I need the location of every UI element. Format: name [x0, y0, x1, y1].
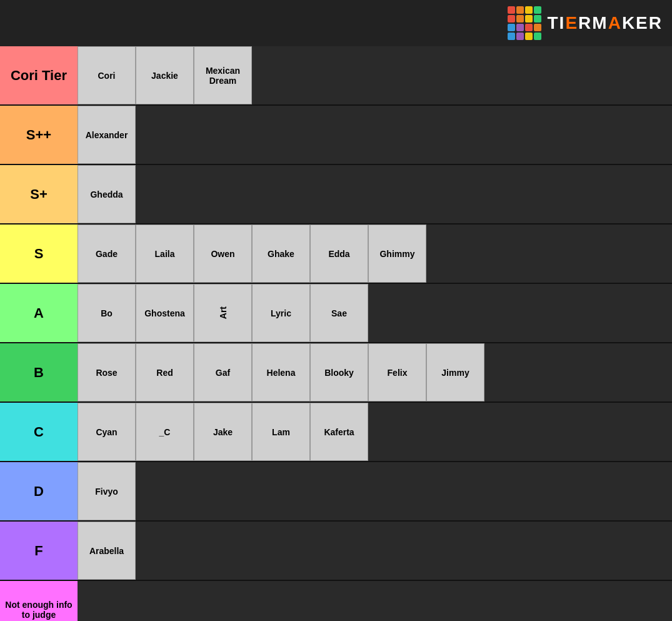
logo-cell — [508, 15, 515, 23]
logo-cell — [516, 15, 524, 23]
tier-item[interactable]: Ghake — [252, 225, 310, 283]
tier-label-d: D — [0, 462, 78, 520]
tier-label-a: A — [0, 284, 78, 342]
tier-item[interactable]: Edda — [310, 225, 368, 283]
logo-container: Tiermaker — [508, 6, 663, 40]
tier-item[interactable]: _C — [136, 403, 194, 461]
logo-cell — [508, 6, 515, 14]
tier-item[interactable]: Rose — [78, 343, 136, 401]
tier-item[interactable]: Lyric — [252, 284, 310, 342]
tier-items-not-enough — [78, 581, 672, 621]
tier-item[interactable]: Ghostena — [136, 284, 194, 342]
tier-items-b: RoseRedGafHelenaBlookyFelixJimmy — [78, 343, 672, 401]
tier-items-s: GadeLailaOwenGhakeEddaGhimmy — [78, 225, 672, 283]
logo-cell — [525, 6, 533, 14]
logo-cell — [516, 33, 524, 40]
tier-item[interactable]: Jimmy — [426, 343, 484, 401]
tier-label-cori: Cori Tier — [0, 46, 78, 104]
tier-row-f: FArabella — [0, 522, 672, 581]
tier-row-b: BRoseRedGafHelenaBlookyFelixJimmy — [0, 343, 672, 403]
logo-text: Tiermaker — [548, 13, 663, 33]
tier-item[interactable]: Art — [194, 284, 252, 342]
tier-item[interactable]: Jake — [194, 403, 252, 461]
tier-item[interactable]: Red — [136, 343, 194, 401]
tier-item[interactable]: Helena — [252, 343, 310, 401]
tier-item[interactable]: Kaferta — [310, 403, 368, 461]
tier-row-sp: S+Ghedda — [0, 165, 672, 225]
tier-item[interactable]: Alexander — [78, 106, 136, 164]
logo-cell — [534, 15, 541, 23]
logo-cell — [516, 24, 524, 31]
tier-item[interactable]: Lam — [252, 403, 310, 461]
tier-label-sp: S+ — [0, 165, 78, 223]
tier-item[interactable]: Fivyo — [78, 462, 136, 520]
logo-cell — [508, 24, 515, 31]
logo-cell — [525, 33, 533, 40]
tier-item[interactable]: Blooky — [310, 343, 368, 401]
tier-item[interactable]: Cyan — [78, 403, 136, 461]
logo-cell — [525, 24, 533, 31]
tier-item[interactable]: Sae — [310, 284, 368, 342]
tier-item[interactable]: Felix — [368, 343, 426, 401]
tier-row-c: CCyan_CJakeLamKaferta — [0, 403, 672, 462]
logo-cell — [516, 6, 524, 14]
tier-label-c: C — [0, 403, 78, 461]
tier-item[interactable]: Owen — [194, 225, 252, 283]
tier-items-cori: CoriJackieMexican Dream — [78, 46, 672, 104]
tier-items-f: Arabella — [78, 522, 672, 580]
tier-items-sp: Ghedda — [78, 165, 672, 223]
tier-item[interactable]: Arabella — [78, 522, 136, 580]
logo-cell — [534, 24, 541, 31]
tier-row-not-enough: Not enough info to judge — [0, 581, 672, 621]
tier-item[interactable]: Mexican Dream — [194, 46, 252, 104]
tier-item[interactable]: Laila — [136, 225, 194, 283]
tier-item[interactable]: Jackie — [136, 46, 194, 104]
tier-row-spp: S++Alexander — [0, 106, 672, 165]
tier-row-s: SGadeLailaOwenGhakeEddaGhimmy — [0, 225, 672, 284]
tier-row-a: ABoGhostenaArtLyricSae — [0, 284, 672, 343]
logo-cell — [534, 6, 541, 14]
logo-grid — [508, 6, 541, 40]
tier-item[interactable]: Gaf — [194, 343, 252, 401]
tier-label-s: S — [0, 225, 78, 283]
tier-label-spp: S++ — [0, 106, 78, 164]
tier-items-a: BoGhostenaArtLyricSae — [78, 284, 672, 342]
tier-label-b: B — [0, 343, 78, 401]
tier-row-cori: Cori TierCoriJackieMexican Dream — [0, 46, 672, 106]
logo-cell — [525, 15, 533, 23]
tier-item[interactable]: Bo — [78, 284, 136, 342]
logo-cell — [534, 33, 541, 40]
tier-items-c: Cyan_CJakeLamKaferta — [78, 403, 672, 461]
logo-cell — [508, 33, 515, 40]
tier-item[interactable]: Ghedda — [78, 165, 136, 223]
tier-label-not-enough: Not enough info to judge — [0, 581, 78, 621]
header: Tiermaker — [0, 0, 672, 46]
tier-list: Cori TierCoriJackieMexican DreamS++Alexa… — [0, 46, 672, 621]
tier-item[interactable]: Ghimmy — [368, 225, 426, 283]
tier-items-d: Fivyo — [78, 462, 672, 520]
tier-label-f: F — [0, 522, 78, 580]
tier-item[interactable]: Cori — [78, 46, 136, 104]
tier-items-spp: Alexander — [78, 106, 672, 164]
tier-row-d: DFivyo — [0, 462, 672, 522]
tier-item[interactable]: Gade — [78, 225, 136, 283]
